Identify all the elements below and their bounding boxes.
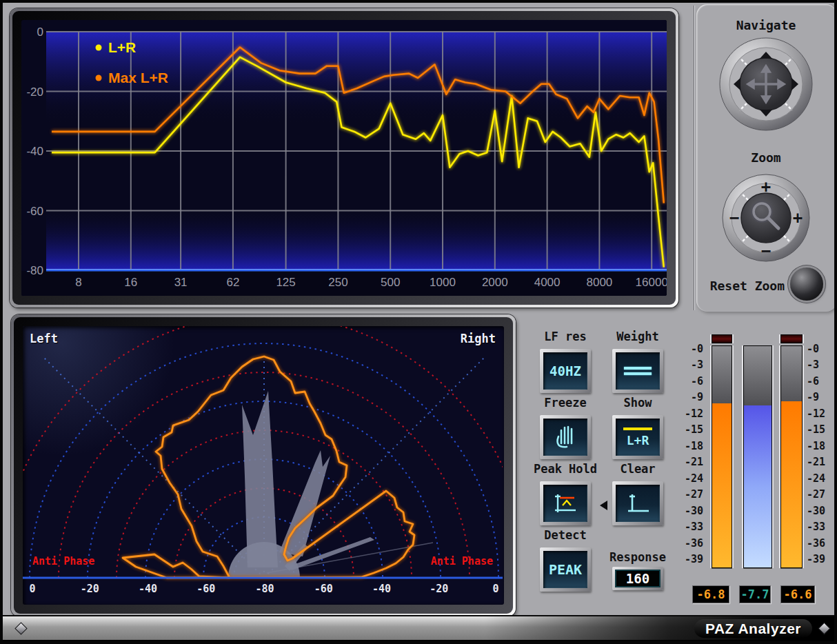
meter-scale-label: -39 (680, 553, 703, 565)
x-axis-tick-label: 8 (75, 276, 81, 289)
zoom-in-vertical[interactable]: + (761, 177, 771, 197)
meter-readout-left: -6.8 (692, 585, 729, 603)
antiphase-right-label: Anti Phase (431, 555, 493, 567)
meter-scale-label: -33 (680, 521, 703, 533)
meter-scale-label: -30 (680, 505, 703, 517)
meter-scale-label: -24 (680, 472, 703, 485)
spectrum-chart: 0-20-40-60-80816316212525050010002000400… (21, 20, 667, 296)
meter-scale-label: -12 (680, 407, 703, 420)
phase-frame: Left Right Anti Phase Anti Phase 0-20-40… (14, 317, 513, 614)
zoom-out-vertical[interactable]: − (761, 241, 771, 261)
phase-left-label: Left (30, 332, 58, 345)
meter-scale-label: -36 (680, 537, 703, 550)
x-axis-tick-label: 31 (174, 276, 188, 289)
freeze-button[interactable] (540, 415, 591, 459)
x-axis-tick-label: 125 (276, 276, 295, 289)
phase-radial-line (43, 357, 264, 578)
meter-scale-label: -36 (807, 537, 830, 550)
weight-equals-icon (616, 352, 660, 390)
weight-label: Weight (612, 330, 663, 343)
meter-scale-label: -21 (807, 456, 830, 468)
peak-hold-label: Peak Hold (531, 462, 600, 476)
link-arrow-icon (600, 501, 607, 510)
meter-scale-label: -3 (680, 359, 703, 371)
legend-dot (96, 75, 102, 81)
phase-tick-label: -60 (196, 583, 215, 595)
y-axis-tick-label: -20 (26, 85, 43, 99)
meter-scale-label: -15 (680, 423, 703, 436)
meter-readout-right: -6.6 (780, 585, 815, 603)
meter-scale-label: -6 (807, 375, 830, 388)
clip-led-left[interactable] (712, 334, 732, 343)
peak-hold-button[interactable] (540, 481, 591, 525)
legend-label: L+R (108, 39, 136, 55)
meter-scale-label: -24 (807, 472, 830, 485)
show-value: L+R (627, 433, 649, 447)
wavesystem-toolbar: PAZ Analyzer (3, 615, 834, 641)
navigate-control[interactable] (718, 36, 814, 132)
response-display[interactable]: 160 (612, 567, 663, 590)
meter-scale-label: -30 (807, 505, 830, 517)
meter-scale-label: -15 (807, 423, 830, 436)
reset-zoom-button[interactable] (790, 268, 823, 301)
meter-scale-label: -27 (680, 488, 703, 501)
response-label: Response (604, 550, 672, 564)
detect-value: PEAK (549, 561, 582, 578)
spectrum-display[interactable]: 0-20-40-60-80816316212525050010002000400… (21, 20, 667, 296)
phase-tick-label: -60 (314, 583, 333, 595)
zoom-control[interactable]: + − − + (720, 172, 811, 263)
phase-display[interactable]: Left Right Anti Phase Anti Phase 0-20-40… (23, 326, 504, 605)
meter-fill (744, 405, 772, 567)
show-curve-color-bar (623, 427, 652, 430)
meter-scale-label: -12 (807, 407, 830, 420)
meter-scale-label: -9 (807, 391, 830, 403)
show-label: Show (612, 396, 663, 410)
zoom-in-horizontal[interactable]: + (793, 208, 803, 228)
phase-tick-label: -20 (430, 583, 448, 595)
phase-tick-label: -40 (372, 583, 391, 595)
detect-button[interactable]: PEAK (540, 547, 591, 592)
response-value: 160 (626, 571, 649, 586)
clear-label: Clear (612, 462, 663, 476)
reset-zoom-label: Reset Zoom (698, 279, 785, 293)
lf-res-button[interactable]: 40HZ (540, 349, 591, 393)
meter-scale-label: -3 (807, 359, 830, 371)
paz-analyzer-window: 0-20-40-60-80816316212525050010002000400… (0, 0, 837, 644)
x-axis-tick-label: 62 (226, 276, 239, 289)
phase-tick-label: 0 (492, 583, 498, 595)
correlation-spike (242, 391, 278, 567)
y-axis-tick-label: -40 (26, 145, 43, 158)
x-axis-tick-label: 250 (328, 276, 347, 289)
meter-scale-label: -18 (680, 440, 703, 452)
lf-res-label: LF res (540, 330, 591, 343)
legend-dot (96, 45, 102, 51)
weight-button[interactable] (612, 349, 663, 393)
y-axis-tick-label: -80 (26, 264, 43, 277)
level-meter-right (780, 345, 803, 568)
lf-res-value: 40HZ (549, 363, 581, 379)
peak-hold-icon (551, 491, 580, 516)
x-axis-tick-label: 16 (124, 276, 137, 289)
freeze-hand-icon (552, 424, 579, 450)
meter-fill (712, 403, 732, 567)
spectrum-bezel: 0-20-40-60-80816316212525050010002000400… (10, 8, 678, 308)
meter-scale-label: -9 (680, 391, 703, 403)
level-meter-sum (743, 345, 772, 568)
show-button[interactable]: L+R (612, 415, 663, 459)
freeze-label: Freeze (540, 396, 591, 410)
y-axis-tick-label: -60 (26, 205, 43, 218)
x-axis-tick-label: 8000 (586, 276, 612, 289)
phase-right-label: Right (461, 332, 496, 345)
clear-button[interactable] (612, 481, 663, 525)
phase-bezel: Left Right Anti Phase Anti Phase 0-20-40… (11, 314, 516, 616)
meter-scale-label: -33 (807, 521, 830, 533)
clear-axes-icon (623, 491, 652, 516)
zoom-label: Zoom (720, 150, 812, 165)
detect-label: Detect (540, 528, 591, 542)
meter-fill (781, 401, 802, 567)
level-meter-left (712, 345, 732, 568)
clip-led-right[interactable] (780, 334, 803, 343)
meter-scale-label: -0 (807, 343, 830, 355)
meter-scale-label: -6 (680, 375, 703, 388)
zoom-out-horizontal[interactable]: − (729, 208, 739, 228)
